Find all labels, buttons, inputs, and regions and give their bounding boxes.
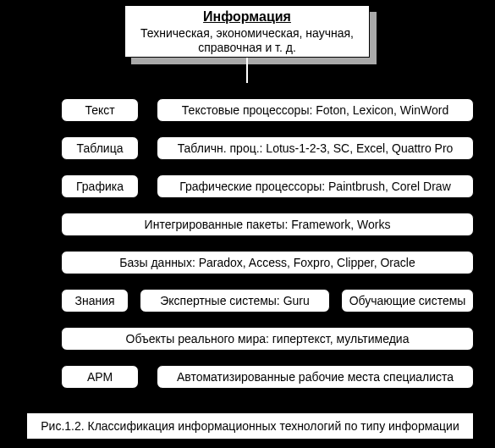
label-graphics-value: Графика — [76, 180, 124, 193]
desc-text-processors-value: Текстовые процессоры: Foton, Lexicon, Wi… — [182, 103, 448, 117]
desc-databases: Базы данных: Paradox, Access, Foxpro, Cl… — [61, 251, 474, 274]
desc-table-processors: Табличн. проц.: Lotus-1-2-3, SC, Excel, … — [157, 136, 474, 160]
connector-stem — [246, 58, 248, 83]
desc-graphics-processors-value: Графические процессоры: Paintbrush, Core… — [179, 180, 451, 193]
header-title: Информация — [130, 9, 364, 25]
desc-real-world-value: Объекты реального мира: гипертекст, муль… — [126, 332, 410, 346]
label-graphics: Графика — [61, 174, 139, 198]
header-subtitle: Техническая, экономическая, научная, спр… — [130, 26, 364, 55]
label-arm: АРМ — [61, 365, 139, 389]
desc-expert-systems: Экспертные системы: Guru — [140, 289, 330, 312]
label-text: Текст — [61, 98, 139, 122]
figure-caption: Рис.1.2. Классификация информационных те… — [26, 412, 474, 440]
figure-caption-value: Рис.1.2. Классификация информационных те… — [41, 419, 459, 433]
label-arm-value: АРМ — [87, 370, 113, 384]
desc-text-processors: Текстовые процессоры: Foton, Lexicon, Wi… — [157, 98, 474, 122]
desc-graphics-processors: Графические процессоры: Paintbrush, Core… — [157, 174, 474, 198]
label-table-value: Таблица — [77, 141, 124, 155]
desc-integrated-value: Интегрированные пакеты: Framework, Works — [145, 218, 391, 231]
desc-learning-systems-value: Обучающие системы — [349, 294, 466, 307]
header-box: Информация Техническая, экономическая, н… — [124, 5, 370, 58]
desc-expert-systems-value: Экспертные системы: Guru — [160, 294, 310, 307]
desc-arm: Автоматизированные рабочие места специал… — [157, 365, 474, 389]
desc-integrated: Интегрированные пакеты: Framework, Works — [61, 213, 474, 236]
desc-learning-systems: Обучающие системы — [341, 289, 474, 312]
desc-arm-value: Автоматизированные рабочие места специал… — [177, 370, 454, 384]
desc-databases-value: Базы данных: Paradox, Access, Foxpro, Cl… — [119, 256, 415, 269]
desc-table-processors-value: Табличн. проц.: Lotus-1-2-3, SC, Excel, … — [178, 141, 454, 155]
label-table: Таблица — [61, 136, 139, 160]
desc-real-world: Объекты реального мира: гипертекст, муль… — [61, 327, 474, 351]
label-knowledge-value: Знания — [74, 294, 114, 307]
label-knowledge: Знания — [61, 289, 129, 312]
label-text-value: Текст — [85, 103, 114, 117]
